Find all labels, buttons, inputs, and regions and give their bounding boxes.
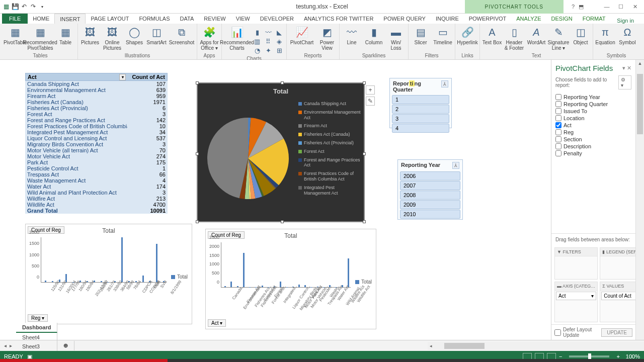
pivot-row[interactable]: Forest and Range Practices Act142 [25, 117, 168, 123]
slicer-clear-icon[interactable]: ⅄ [441, 80, 448, 87]
signature-button[interactable]: ✎Signature Line ▾ [548, 26, 569, 51]
field-checkbox[interactable] [555, 115, 561, 121]
symbol-button[interactable]: ΩSymbol [617, 26, 637, 45]
legend-item[interactable]: Integrated Pest Management Act [298, 185, 362, 196]
pivot-table[interactable]: Act▾ Count of Act Canada Shipping Act107… [25, 73, 168, 214]
sheet-nav[interactable]: ◂▸ [0, 343, 16, 348]
pictures-button[interactable]: 🖼Pictures [80, 26, 100, 45]
table-button[interactable]: ▦Table [55, 26, 75, 45]
bar-chart-act[interactable]: Count of Reg Total Total 050010001500200… [205, 229, 376, 329]
tab-file[interactable]: FILE [2, 14, 28, 24]
axis-field-button[interactable]: Act ▾ [208, 319, 226, 327]
legend-item[interactable]: Forest Practices Code of British Columbi… [298, 171, 362, 182]
slicer-item[interactable]: 3 [392, 114, 449, 123]
ribbon-display-icon[interactable]: ⬒ [579, 4, 584, 10]
shapes-button[interactable]: ◯Shapes [124, 26, 144, 45]
field-item[interactable]: Penalty [555, 150, 631, 157]
pivot-row[interactable]: Forest Practices Code of British Columbi… [25, 123, 168, 129]
sparkline-line-button[interactable]: 〰Line [342, 26, 362, 45]
legend-item[interactable]: Fisheries Act (Provincial) [298, 140, 362, 146]
field-item[interactable]: Reporting Quarter [555, 101, 631, 108]
slicer-reporting-year[interactable]: Reporting Year⅄ 20062007200820092010 [397, 159, 463, 220]
stock-chart-icon[interactable]: ◈ [274, 37, 284, 46]
qat-dropdown-icon[interactable]: ▾ [38, 3, 46, 11]
signin-link[interactable]: Sign in [617, 18, 644, 24]
bar-chart-icon[interactable]: ▮ [252, 28, 262, 37]
tab-powerpivot[interactable]: POWERPIVOT [464, 14, 512, 24]
online-pictures-button[interactable]: 🖼Online Pictures [102, 26, 122, 51]
screenshot-button[interactable]: ⧉Screenshot [169, 26, 195, 45]
fields-layout-icon[interactable]: ⚙ ▾ [618, 75, 631, 89]
sheet-tab[interactable]: Sheet3 [16, 342, 57, 351]
pie-title[interactable]: Total [198, 83, 364, 97]
axis-field-button[interactable]: Reg ▾ [28, 314, 48, 322]
plot-area[interactable]: 05001000150020002500Canada..Environmenta… [221, 242, 351, 288]
pie-plot-area[interactable] [198, 97, 298, 220]
field-checkbox[interactable] [555, 101, 561, 107]
powerview-button[interactable]: ◩Power View [317, 26, 337, 51]
slicer-item[interactable]: 2009 [400, 200, 460, 209]
field-checkbox[interactable] [555, 129, 561, 135]
equation-button[interactable]: πEquation [595, 26, 615, 45]
pivot-row[interactable]: Pesticide Control Act1 [25, 165, 168, 171]
pivot-row[interactable]: Environmental Management Act639 [25, 87, 168, 93]
legend-item[interactable]: Firearm Act [298, 123, 362, 129]
pivot-row[interactable]: Canada Shipping Act107 [25, 81, 168, 87]
combo-chart-icon[interactable]: ⊞ [274, 46, 284, 55]
recommended-pivottables-button[interactable]: ▦Recommended PivotTables [27, 26, 53, 51]
col-chart-icon[interactable]: ▥ [252, 37, 262, 46]
tab-home[interactable]: HOME [28, 14, 54, 24]
slicer-item[interactable]: 2 [392, 105, 449, 114]
smartart-button[interactable]: ◫SmartArt [146, 26, 167, 45]
pivot-row[interactable]: Motor Vehicle Act274 [25, 153, 168, 159]
area-chart-icon[interactable]: ◣ [274, 28, 284, 37]
slicer-item[interactable]: 2007 [400, 181, 460, 190]
close-icon[interactable]: ✕ [629, 2, 641, 12]
field-checkbox[interactable] [555, 136, 561, 142]
pivot-row[interactable]: Integrated Pest Management Act34 [25, 129, 168, 135]
field-item[interactable]: Issued To [555, 108, 631, 115]
tab-format[interactable]: FORMAT [578, 14, 611, 24]
tab-insert[interactable]: INSERT [54, 14, 86, 24]
field-checkbox[interactable] [555, 122, 561, 128]
bar-chart-reg[interactable]: Count of Reg Total Total 050010001500200… [25, 224, 192, 324]
worksheet-canvas[interactable]: Act▾ Count of Act Canada Shipping Act107… [0, 60, 551, 340]
slicer-item[interactable]: 4 [392, 124, 449, 133]
legend-item[interactable]: Environmental Management Act [298, 110, 362, 121]
slicer-item[interactable]: 2010 [400, 210, 460, 219]
hyperlink-button[interactable]: 🔗Hyperlink [457, 26, 477, 45]
line-chart-icon[interactable]: 〰 [263, 28, 273, 37]
headerfooter-button[interactable]: ▯Header & Footer [504, 26, 524, 51]
pivot-row[interactable]: Water Act174 [25, 184, 168, 190]
tab-design[interactable]: DESIGN [546, 14, 578, 24]
pivot-row[interactable]: Fisheries Act (Canada)1971 [25, 99, 168, 105]
pivot-row[interactable]: Liquor Control and Licensing Act537 [25, 135, 168, 141]
field-checkbox[interactable] [555, 108, 561, 114]
defer-checkbox[interactable] [554, 329, 561, 336]
sparkline-winloss-button[interactable]: ▬Win/ Loss [386, 26, 406, 51]
horizontal-scrollbar[interactable]: ◂ [428, 342, 644, 350]
pivot-row[interactable]: Waste Management Act4 [25, 177, 168, 184]
pivotchart-button[interactable]: 📈PivotChart [289, 26, 315, 45]
pivot-row[interactable]: Trespass Act66 [25, 171, 168, 177]
legend-item[interactable]: Canada Shipping Act [298, 101, 362, 107]
tab-data[interactable]: DATA [175, 14, 199, 24]
area-axis[interactable]: ▬ AXIS (CATEG…Act▾ [554, 282, 598, 322]
slicer-item[interactable]: 1 [392, 95, 449, 104]
tab-powerquery[interactable]: POWER QUERY [378, 14, 431, 24]
pivot-row[interactable]: Wild Animal and Plant Protection Act3 [25, 190, 168, 196]
pivot-row[interactable]: Migratory Birds Convention Act3 [25, 141, 168, 147]
area-filters[interactable]: ▼ FILTERS [554, 247, 598, 280]
undo-icon[interactable]: ↶ [20, 3, 28, 11]
tab-analyze[interactable]: ANALYZE [511, 14, 546, 24]
textbox-button[interactable]: AText Box [482, 26, 502, 45]
save-icon[interactable]: 💾 [11, 3, 19, 11]
pie-legend[interactable]: Canada Shipping ActEnvironmental Managem… [298, 97, 364, 220]
scatter-chart-icon[interactable]: ⠿ [263, 37, 273, 46]
slicer-clear-icon[interactable]: ⅄ [452, 162, 459, 169]
tab-developer[interactable]: DEVELOPER [255, 14, 299, 24]
field-item[interactable]: Section [555, 136, 631, 143]
wordart-button[interactable]: AWordArt [526, 26, 546, 45]
pivot-row[interactable]: Forest Act3 [25, 111, 168, 117]
pie-chart-icon[interactable]: ◔ [252, 46, 262, 55]
